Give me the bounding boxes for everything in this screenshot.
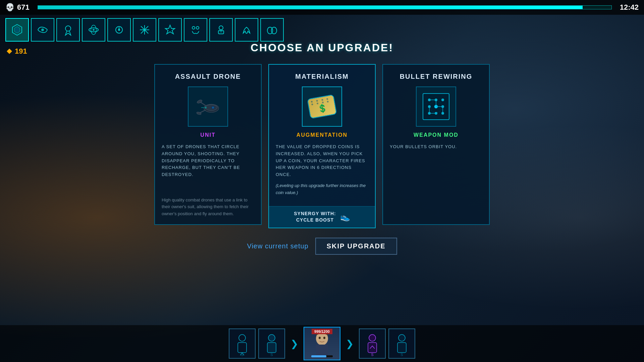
ability-icon-10[interactable] xyxy=(260,18,284,42)
card-assault-drone-flavor: High quality combat drones that use a li… xyxy=(162,191,254,218)
timer: 12:42 xyxy=(620,3,639,12)
svg-point-19 xyxy=(271,27,277,34)
synergy-footprint-icon: 👟 xyxy=(340,212,350,222)
ability-icon-6[interactable] xyxy=(158,18,182,42)
card-materialism-description: THE VALUE OF DROPPED COINS IS INCREASED.… xyxy=(276,143,368,178)
ability-icon-1[interactable] xyxy=(31,18,54,42)
svg-rect-59 xyxy=(368,343,377,353)
svg-point-3 xyxy=(65,26,71,31)
svg-rect-51 xyxy=(267,343,276,353)
health-bar-fill xyxy=(38,6,583,9)
health-count: 671 xyxy=(17,3,30,12)
main-char-slot[interactable]: 999/1200 xyxy=(304,327,340,360)
currency-display: 191 xyxy=(7,47,27,56)
cards-container: ASSAULT DRONE xyxy=(154,64,490,228)
svg-rect-61 xyxy=(397,343,406,353)
ability-icon-5[interactable] xyxy=(133,18,156,42)
card-assault-drone-description: A SET OF DRONES THAT CIRCLE AROUND YOU, … xyxy=(162,143,254,178)
card-bullet-rewiring-description: YOUR BULLETS ORBIT YOU. xyxy=(390,143,482,150)
synergy-value: CYCLE BOOST xyxy=(294,217,336,224)
card-bullet-rewiring[interactable]: BULLET REWIRING xyxy=(382,64,490,225)
card-assault-drone[interactable]: ASSAULT DRONE xyxy=(154,64,262,225)
svg-rect-57 xyxy=(311,355,326,357)
card-materialism-image: 💲 xyxy=(302,86,342,127)
health-overlay: 999/1200 xyxy=(312,329,332,334)
health-bar xyxy=(38,5,612,9)
ability-icon-9[interactable] xyxy=(235,18,258,42)
svg-marker-1 xyxy=(14,26,20,33)
char-slot-3[interactable]: S xyxy=(359,328,386,359)
svg-point-2 xyxy=(41,28,44,31)
card-assault-drone-image xyxy=(188,86,228,127)
svg-point-50 xyxy=(268,335,275,341)
svg-point-32 xyxy=(441,99,444,101)
abilities-bar xyxy=(0,15,644,45)
ability-icon-4[interactable] xyxy=(107,18,131,42)
ability-icon-0[interactable] xyxy=(5,18,29,42)
synergy-bar: SYNERGY WITH: CYCLE BOOST 👟 xyxy=(269,206,375,228)
svg-point-23 xyxy=(212,107,214,109)
svg-rect-16 xyxy=(218,31,224,34)
svg-point-58 xyxy=(369,335,376,341)
svg-rect-47 xyxy=(238,343,247,353)
card-bullet-rewiring-title: BULLET REWIRING xyxy=(400,73,473,80)
card-assault-drone-type: UNIT xyxy=(200,132,215,138)
ability-icon-7[interactable] xyxy=(184,18,207,42)
top-bar: 💀 671 12:42 xyxy=(0,0,644,15)
bottom-buttons: View current setup SKIP UPGRADE xyxy=(247,238,397,255)
skull-icon: 💀 xyxy=(5,3,14,12)
svg-point-6 xyxy=(93,29,95,31)
svg-point-55 xyxy=(323,337,325,339)
ability-icon-2[interactable] xyxy=(56,18,80,42)
char-slot-4[interactable]: S xyxy=(388,328,415,359)
svg-point-28 xyxy=(205,107,207,109)
card-materialism[interactable]: MATERIALISM 💲 AUGMENTATION THE VALUE OF … xyxy=(268,64,376,228)
nav-arrow-left[interactable]: ❯ xyxy=(343,338,356,349)
card-assault-drone-title: ASSAULT DRONE xyxy=(175,73,241,80)
main-content: CHOOSE AN UPGRADE! ASSAULT DRONE xyxy=(0,34,644,322)
ability-icon-8[interactable] xyxy=(209,18,233,42)
synergy-label: SYNERGY WITH: xyxy=(294,210,336,217)
svg-point-46 xyxy=(239,335,246,341)
svg-point-8 xyxy=(118,29,120,31)
svg-rect-53 xyxy=(316,345,328,356)
svg-point-14 xyxy=(196,26,199,29)
card-materialism-type: AUGMENTATION xyxy=(297,132,347,138)
svg-point-15 xyxy=(219,26,223,30)
svg-point-13 xyxy=(192,26,195,29)
currency-value: 191 xyxy=(15,47,27,56)
card-materialism-italic: (Leveling up this upgrade further increa… xyxy=(276,182,368,196)
bottom-bar: S S ❯ 999/1200 ❯ xyxy=(0,325,644,362)
view-setup-button[interactable]: View current setup xyxy=(247,242,308,250)
skip-upgrade-button[interactable]: SKIP UPGRADE xyxy=(315,238,397,255)
svg-point-54 xyxy=(319,337,321,339)
svg-point-60 xyxy=(398,335,405,341)
char-slot-2[interactable]: S xyxy=(258,328,285,359)
card-materialism-title: MATERIALISM xyxy=(295,73,348,80)
char-slot-1[interactable]: S xyxy=(229,328,256,359)
card-bullet-rewiring-type: WEAPON MOD xyxy=(414,132,459,138)
card-bullet-rewiring-image xyxy=(416,86,456,127)
diamond-icon xyxy=(7,49,12,54)
ability-icon-3[interactable] xyxy=(82,18,105,42)
nav-arrow-right[interactable]: ❯ xyxy=(288,338,301,349)
